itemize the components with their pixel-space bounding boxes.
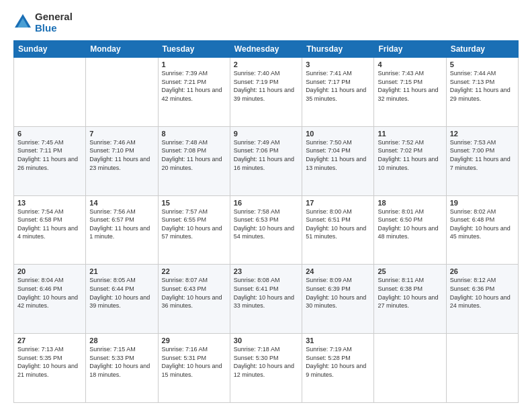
day-number: 26 <box>450 267 515 275</box>
weekday-header-monday: Monday <box>86 41 158 58</box>
day-info: Sunrise: 7:43 AM Sunset: 7:15 PM Dayligh… <box>378 69 442 103</box>
weekday-header-sunday: Sunday <box>14 41 86 58</box>
logo-text: General Blue <box>35 11 73 34</box>
calendar-cell: 29Sunrise: 7:16 AM Sunset: 5:31 PM Dayli… <box>158 334 230 403</box>
week-row-0: 1Sunrise: 7:39 AM Sunset: 7:21 PM Daylig… <box>14 58 519 127</box>
logo-icon <box>13 13 32 32</box>
logo: General Blue <box>13 11 73 34</box>
calendar-cell: 6Sunrise: 7:45 AM Sunset: 7:11 PM Daylig… <box>14 126 86 195</box>
calendar-cell: 8Sunrise: 7:48 AM Sunset: 7:08 PM Daylig… <box>158 126 230 195</box>
calendar-cell: 19Sunrise: 8:02 AM Sunset: 6:48 PM Dayli… <box>446 195 518 265</box>
day-number: 27 <box>17 336 82 345</box>
weekday-header-row: SundayMondayTuesdayWednesdayThursdayFrid… <box>14 41 519 58</box>
day-info: Sunrise: 8:02 AM Sunset: 6:48 PM Dayligh… <box>450 208 515 241</box>
calendar-cell: 23Sunrise: 8:08 AM Sunset: 6:41 PM Dayli… <box>230 265 302 334</box>
week-row-2: 13Sunrise: 7:54 AM Sunset: 6:58 PM Dayli… <box>14 195 519 265</box>
calendar-cell: 11Sunrise: 7:52 AM Sunset: 7:02 PM Dayli… <box>374 126 446 195</box>
calendar-cell: 14Sunrise: 7:56 AM Sunset: 6:57 PM Dayli… <box>86 195 158 265</box>
calendar-cell: 3Sunrise: 7:41 AM Sunset: 7:17 PM Daylig… <box>302 58 374 127</box>
week-row-3: 20Sunrise: 8:04 AM Sunset: 6:46 PM Dayli… <box>14 265 519 334</box>
weekday-header-thursday: Thursday <box>302 41 374 58</box>
day-number: 18 <box>378 199 442 207</box>
week-row-1: 6Sunrise: 7:45 AM Sunset: 7:11 PM Daylig… <box>14 126 519 195</box>
calendar-cell: 25Sunrise: 8:11 AM Sunset: 6:38 PM Dayli… <box>374 265 446 334</box>
calendar-cell: 1Sunrise: 7:39 AM Sunset: 7:21 PM Daylig… <box>158 58 230 127</box>
day-number: 20 <box>17 267 82 275</box>
day-info: Sunrise: 7:40 AM Sunset: 7:19 PM Dayligh… <box>234 69 298 103</box>
calendar-cell: 13Sunrise: 7:54 AM Sunset: 6:58 PM Dayli… <box>14 195 86 265</box>
day-number: 11 <box>378 130 442 138</box>
day-number: 12 <box>450 130 515 138</box>
day-info: Sunrise: 8:00 AM Sunset: 6:51 PM Dayligh… <box>306 208 370 241</box>
day-number: 14 <box>89 199 154 207</box>
calendar-cell: 5Sunrise: 7:44 AM Sunset: 7:13 PM Daylig… <box>446 58 518 127</box>
calendar-cell <box>86 58 158 127</box>
page: General Blue SundayMondayTuesdayWednesda… <box>0 0 532 411</box>
calendar-cell: 22Sunrise: 8:07 AM Sunset: 6:43 PM Dayli… <box>158 265 230 334</box>
day-info: Sunrise: 8:08 AM Sunset: 6:41 PM Dayligh… <box>234 276 298 310</box>
day-info: Sunrise: 7:57 AM Sunset: 6:55 PM Dayligh… <box>162 208 226 241</box>
calendar-cell: 10Sunrise: 7:50 AM Sunset: 7:04 PM Dayli… <box>302 126 374 195</box>
day-info: Sunrise: 8:05 AM Sunset: 6:44 PM Dayligh… <box>89 276 154 310</box>
calendar-cell <box>374 334 446 403</box>
calendar-cell <box>446 334 518 403</box>
day-number: 16 <box>234 199 298 207</box>
day-info: Sunrise: 8:04 AM Sunset: 6:46 PM Dayligh… <box>17 276 82 310</box>
day-info: Sunrise: 7:52 AM Sunset: 7:02 PM Dayligh… <box>378 138 442 172</box>
day-info: Sunrise: 8:01 AM Sunset: 6:50 PM Dayligh… <box>378 208 442 241</box>
day-number: 22 <box>162 267 226 275</box>
calendar-cell: 12Sunrise: 7:53 AM Sunset: 7:00 PM Dayli… <box>446 126 518 195</box>
day-info: Sunrise: 8:07 AM Sunset: 6:43 PM Dayligh… <box>162 276 226 310</box>
day-info: Sunrise: 7:56 AM Sunset: 6:57 PM Dayligh… <box>89 208 154 241</box>
day-info: Sunrise: 7:13 AM Sunset: 5:35 PM Dayligh… <box>17 345 82 379</box>
day-number: 21 <box>89 267 154 275</box>
calendar-cell: 9Sunrise: 7:49 AM Sunset: 7:06 PM Daylig… <box>230 126 302 195</box>
day-info: Sunrise: 7:44 AM Sunset: 7:13 PM Dayligh… <box>450 69 515 103</box>
day-number: 23 <box>234 267 298 275</box>
day-number: 1 <box>162 60 226 68</box>
calendar-cell: 16Sunrise: 7:58 AM Sunset: 6:53 PM Dayli… <box>230 195 302 265</box>
calendar-cell: 17Sunrise: 8:00 AM Sunset: 6:51 PM Dayli… <box>302 195 374 265</box>
calendar-cell: 2Sunrise: 7:40 AM Sunset: 7:19 PM Daylig… <box>230 58 302 127</box>
header: General Blue <box>13 11 519 34</box>
day-info: Sunrise: 7:54 AM Sunset: 6:58 PM Dayligh… <box>17 208 82 241</box>
day-info: Sunrise: 7:15 AM Sunset: 5:33 PM Dayligh… <box>89 345 154 379</box>
day-info: Sunrise: 8:09 AM Sunset: 6:39 PM Dayligh… <box>306 276 370 310</box>
day-number: 24 <box>306 267 370 275</box>
weekday-header-friday: Friday <box>374 41 446 58</box>
day-info: Sunrise: 7:16 AM Sunset: 5:31 PM Dayligh… <box>162 345 226 379</box>
weekday-header-wednesday: Wednesday <box>230 41 302 58</box>
day-number: 5 <box>450 60 515 68</box>
day-number: 29 <box>162 336 226 345</box>
calendar-table: SundayMondayTuesdayWednesdayThursdayFrid… <box>13 40 519 403</box>
weekday-header-tuesday: Tuesday <box>158 41 230 58</box>
calendar-cell <box>14 58 86 127</box>
day-info: Sunrise: 8:12 AM Sunset: 6:36 PM Dayligh… <box>450 276 515 310</box>
calendar-cell: 27Sunrise: 7:13 AM Sunset: 5:35 PM Dayli… <box>14 334 86 403</box>
day-info: Sunrise: 7:49 AM Sunset: 7:06 PM Dayligh… <box>234 138 298 172</box>
day-info: Sunrise: 7:46 AM Sunset: 7:10 PM Dayligh… <box>89 138 154 172</box>
day-number: 31 <box>306 336 370 345</box>
day-info: Sunrise: 7:53 AM Sunset: 7:00 PM Dayligh… <box>450 138 515 172</box>
calendar-cell: 20Sunrise: 8:04 AM Sunset: 6:46 PM Dayli… <box>14 265 86 334</box>
day-number: 9 <box>234 130 298 138</box>
day-number: 6 <box>17 130 82 138</box>
day-number: 13 <box>17 199 82 207</box>
day-info: Sunrise: 7:58 AM Sunset: 6:53 PM Dayligh… <box>234 208 298 241</box>
day-number: 28 <box>89 336 154 345</box>
day-number: 7 <box>89 130 154 138</box>
day-number: 30 <box>234 336 298 345</box>
calendar-cell: 31Sunrise: 7:19 AM Sunset: 5:28 PM Dayli… <box>302 334 374 403</box>
day-number: 10 <box>306 130 370 138</box>
calendar-cell: 21Sunrise: 8:05 AM Sunset: 6:44 PM Dayli… <box>86 265 158 334</box>
day-info: Sunrise: 7:45 AM Sunset: 7:11 PM Dayligh… <box>17 138 82 172</box>
calendar-cell: 7Sunrise: 7:46 AM Sunset: 7:10 PM Daylig… <box>86 126 158 195</box>
day-info: Sunrise: 7:18 AM Sunset: 5:30 PM Dayligh… <box>234 345 298 379</box>
calendar-cell: 18Sunrise: 8:01 AM Sunset: 6:50 PM Dayli… <box>374 195 446 265</box>
day-info: Sunrise: 8:11 AM Sunset: 6:38 PM Dayligh… <box>378 276 442 310</box>
calendar-cell: 15Sunrise: 7:57 AM Sunset: 6:55 PM Dayli… <box>158 195 230 265</box>
day-info: Sunrise: 7:48 AM Sunset: 7:08 PM Dayligh… <box>162 138 226 172</box>
day-info: Sunrise: 7:50 AM Sunset: 7:04 PM Dayligh… <box>306 138 370 172</box>
day-number: 17 <box>306 199 370 207</box>
calendar-cell: 4Sunrise: 7:43 AM Sunset: 7:15 PM Daylig… <box>374 58 446 127</box>
